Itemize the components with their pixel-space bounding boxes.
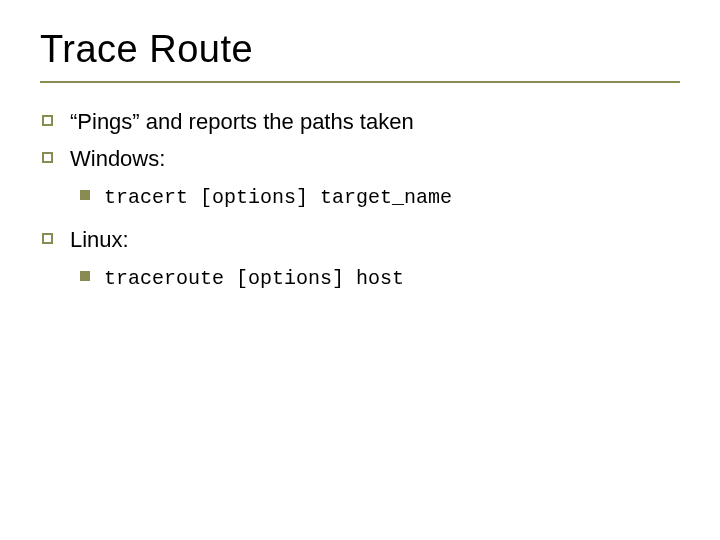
bullet-text: Windows: (70, 146, 165, 171)
slide-title: Trace Route (40, 28, 680, 71)
bullet-text: Linux: (70, 227, 129, 252)
title-underline (40, 81, 680, 83)
bullet-item: Windows: tracert [options] target_name (40, 142, 680, 213)
sub-bullet-item: traceroute [options] host (70, 262, 680, 294)
bullet-list-level2: traceroute [options] host (70, 262, 680, 294)
bullet-text: “Pings” and reports the paths taken (70, 109, 414, 134)
bullet-item: “Pings” and reports the paths taken (40, 105, 680, 138)
bullet-item: Linux: traceroute [options] host (40, 223, 680, 294)
bullet-list-level1: “Pings” and reports the paths taken Wind… (40, 105, 680, 294)
slide-body: “Pings” and reports the paths taken Wind… (40, 105, 680, 294)
code-text: traceroute [options] host (104, 267, 404, 290)
sub-bullet-item: tracert [options] target_name (70, 181, 680, 213)
bullet-list-level2: tracert [options] target_name (70, 181, 680, 213)
slide: Trace Route “Pings” and reports the path… (0, 0, 720, 540)
code-text: tracert [options] target_name (104, 186, 452, 209)
